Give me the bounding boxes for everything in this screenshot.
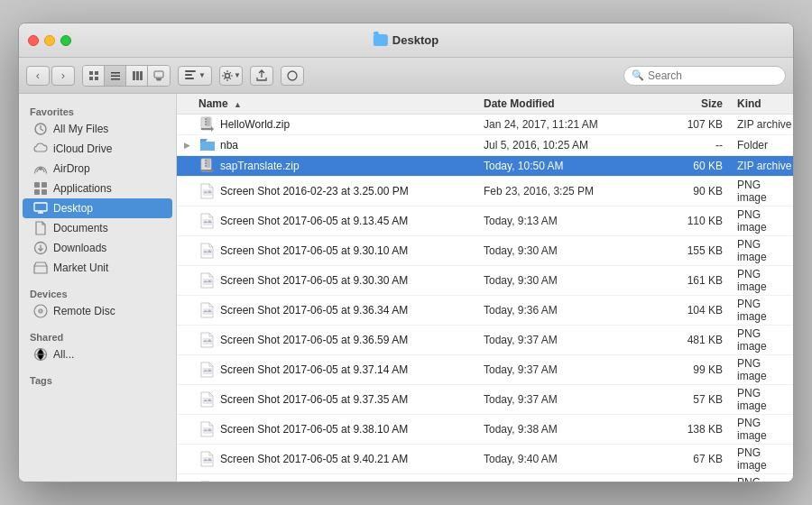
svg-point-17: [288, 71, 297, 80]
col-kind-header[interactable]: Kind: [723, 97, 793, 110]
svg-rect-32: [205, 121, 207, 123]
share-icon: [255, 69, 268, 82]
png-icon: [200, 183, 215, 199]
sidebar-item-downloads[interactable]: Downloads: [23, 238, 172, 258]
sidebar-item-downloads-label: Downloads: [53, 242, 106, 254]
table-row[interactable]: Screen Shot 2017-06-05 at 9.30.10 AM Tod…: [177, 236, 793, 266]
svg-rect-14: [185, 74, 192, 76]
tag-icon: [286, 69, 299, 82]
column-view-button[interactable]: [126, 66, 148, 86]
png-icon: [200, 362, 215, 378]
icon-view-button[interactable]: [83, 66, 105, 86]
svg-rect-20: [42, 182, 47, 188]
svg-rect-21: [34, 189, 40, 195]
file-icon: [199, 302, 216, 318]
search-box[interactable]: 🔍: [623, 66, 786, 86]
table-row[interactable]: Screen Shot 2017-06-05 at 9.37.35 AM Tod…: [177, 385, 793, 415]
table-row[interactable]: ▶ nba Jul 5, 2016, 10:25 AM -- Folder: [177, 135, 793, 156]
favorites-section-label: Favorites: [19, 101, 176, 119]
back-button[interactable]: ‹: [26, 66, 50, 86]
action-button[interactable]: ▼: [219, 66, 243, 86]
sidebar-item-desktop[interactable]: Desktop: [23, 198, 172, 218]
file-icon: [199, 332, 216, 348]
png-icon: [200, 421, 215, 437]
table-row[interactable]: Screen Shot 2017-06-05 at 9.37.14 AM Tod…: [177, 355, 793, 385]
arrange-icon: [184, 69, 197, 82]
sidebar-item-icloud-drive[interactable]: iCloud Drive: [23, 139, 172, 159]
file-name: Screen Shot 2017-06-05 at 9.36.59 AM: [220, 334, 408, 346]
file-kind: PNG image: [723, 238, 793, 263]
table-row[interactable]: Screen Shot 2017-06-05 at 9.13.45 AM Tod…: [177, 207, 793, 236]
table-row[interactable]: Screen Shot 2016-02-23 at 3.25.00 PM Feb…: [177, 177, 793, 207]
zip-icon: [199, 116, 216, 133]
maximize-button[interactable]: [60, 35, 71, 46]
minimize-button[interactable]: [44, 35, 55, 46]
svg-rect-15: [185, 78, 194, 79]
tag-button[interactable]: [281, 66, 304, 86]
file-icon: [199, 272, 216, 289]
file-name-cell: Screen Shot 2017-06-05 at 9.40.21 AM: [177, 451, 484, 467]
svg-rect-8: [136, 71, 139, 80]
file-date: Today, 9:37 AM: [484, 363, 651, 376]
file-date: Today, 9:37 AM: [484, 393, 651, 406]
sidebar-item-all-shared[interactable]: All...: [23, 344, 172, 364]
search-input[interactable]: [648, 69, 778, 82]
table-row[interactable]: Screen Shot 2017-06-05 at 9.38.10 AM Tod…: [177, 415, 793, 445]
coverflow-view-button[interactable]: [148, 66, 170, 86]
file-name-cell: Screen Shot 2017-06-05 at 9.38.10 AM: [177, 421, 484, 437]
expand-arrow: ▶: [184, 141, 195, 150]
all-shared-icon: [33, 347, 48, 362]
sidebar-item-market-unit[interactable]: Market Unit: [23, 258, 172, 278]
list-view-icon: [110, 70, 121, 81]
sidebar-item-airdrop[interactable]: AirDrop: [23, 159, 172, 179]
file-kind: PNG image: [723, 298, 793, 323]
file-kind: ZIP archive: [723, 160, 793, 172]
file-name-cell: Screen Shot 2016-02-23 at 3.25.00 PM: [177, 183, 484, 199]
gear-icon: [221, 69, 234, 82]
file-size: 481 KB: [651, 334, 723, 346]
sidebar-item-applications[interactable]: Applications: [23, 179, 172, 198]
png-icon: [200, 302, 215, 318]
table-row[interactable]: Screen Shot 2017-06-05 at 9.36.34 AM Tod…: [177, 296, 793, 326]
table-row[interactable]: Screen Shot 2017-06-05 at 9.40.21 AM Tod…: [177, 445, 793, 474]
table-row[interactable]: Screen Shot 2017-06-05 at 9.40.58 AM Tod…: [177, 474, 793, 482]
file-icon: [199, 421, 216, 437]
file-kind: PNG image: [723, 417, 793, 442]
list-view-button[interactable]: [105, 66, 126, 86]
file-kind: PNG image: [723, 476, 793, 482]
file-name-cell: Screen Shot 2017-06-05 at 9.36.34 AM: [177, 302, 484, 318]
file-size: 110 KB: [651, 215, 723, 227]
sidebar-item-airdrop-label: AirDrop: [53, 162, 90, 175]
file-kind: PNG image: [723, 268, 793, 293]
arrange-button[interactable]: ▼: [178, 66, 212, 86]
share-button[interactable]: [250, 66, 273, 86]
sidebar-item-all-my-files-label: All My Files: [53, 123, 108, 135]
sidebar-item-documents[interactable]: Documents: [23, 218, 172, 238]
file-kind: PNG image: [723, 387, 793, 412]
file-rows-container: HelloWorld.zip Jan 24, 2017, 11:21 AM 10…: [177, 115, 793, 482]
table-row[interactable]: Screen Shot 2017-06-05 at 9.30.30 AM Tod…: [177, 266, 793, 296]
close-button[interactable]: [28, 35, 39, 46]
file-icon: [199, 391, 216, 408]
table-row[interactable]: HelloWorld.zip Jan 24, 2017, 11:21 AM 10…: [177, 115, 793, 135]
file-list: Name ▲ Date Modified Size Kind: [177, 94, 793, 482]
col-size-header[interactable]: Size: [651, 97, 723, 110]
sidebar-item-all-my-files[interactable]: All My Files: [23, 119, 172, 139]
file-list-header: Name ▲ Date Modified Size Kind: [177, 94, 793, 115]
svg-rect-3: [95, 77, 98, 80]
table-row[interactable]: sapTranslate.zip Today, 10:50 AM 60 KB Z…: [177, 156, 793, 177]
file-icon: [199, 213, 216, 229]
file-date: Today, 10:50 AM: [484, 160, 651, 172]
forward-button[interactable]: ›: [51, 66, 75, 86]
file-size: 161 KB: [651, 274, 723, 287]
col-name-header[interactable]: Name ▲: [177, 97, 484, 110]
devices-section-label: Devices: [19, 283, 176, 301]
svg-rect-23: [34, 203, 47, 211]
sidebar-item-remote-disc[interactable]: Remote Disc: [23, 301, 172, 321]
table-row[interactable]: Screen Shot 2017-06-05 at 9.36.59 AM Tod…: [177, 326, 793, 355]
arrange-chevron: ▼: [198, 71, 206, 79]
file-name-cell: Screen Shot 2017-06-05 at 9.37.35 AM: [177, 391, 484, 408]
col-date-header[interactable]: Date Modified: [484, 97, 651, 110]
col-kind-label: Kind: [737, 97, 761, 110]
remote-disc-icon: [33, 304, 48, 318]
